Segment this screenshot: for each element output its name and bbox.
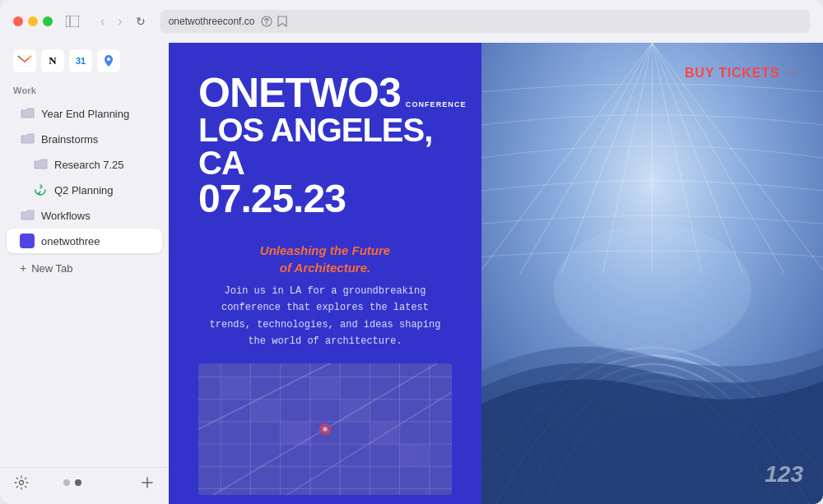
- svg-rect-34: [341, 400, 369, 420]
- address-bar[interactable]: onetwothreeconf.co: [160, 10, 810, 33]
- sync-icon-q2: [33, 183, 48, 197]
- sidebar-item-onetwothree[interactable]: onetwothree: [7, 229, 162, 253]
- sidebar-item-year-end-planning[interactable]: Year End Planning: [7, 101, 162, 126]
- title-onetwo3: ONETWO3: [198, 70, 401, 116]
- q2-planning-label: Q2 Planning: [54, 184, 114, 197]
- notion-icon[interactable]: N: [41, 49, 64, 72]
- year-end-planning-label: Year End Planning: [41, 108, 129, 120]
- conference-main-title: ONETWO3: [198, 72, 401, 113]
- app-icons-row: N 31: [0, 43, 169, 82]
- window-sidebar-icon[interactable]: [66, 15, 79, 28]
- close-button[interactable]: [13, 16, 23, 26]
- buy-tickets-label: BUY TICKETS: [685, 66, 779, 81]
- refresh-button[interactable]: ↻: [131, 11, 151, 32]
- bookmark-icon: [277, 16, 287, 27]
- traffic-lights: [13, 16, 53, 26]
- sidebar-item-workflows[interactable]: Workflows: [7, 203, 162, 228]
- minimize-button[interactable]: [28, 16, 38, 26]
- sidebar-bottom: [0, 467, 169, 497]
- maps-icon[interactable]: [97, 49, 120, 72]
- buy-tickets-arrow: →: [786, 66, 800, 81]
- title-la: LOS ANGELES, CA: [198, 113, 452, 179]
- conference-right-panel: BUY TICKETS →: [481, 43, 823, 504]
- brainstorms-label: Brainstorms: [41, 133, 98, 146]
- main-area: N 31 Work: [0, 43, 823, 504]
- title-bar: ‹ › ↻ onetwothreeconf.co: [0, 0, 823, 43]
- active-tab-dot: [20, 234, 35, 248]
- gmail-icon[interactable]: [13, 49, 36, 72]
- sidebar-item-q2-planning[interactable]: Q2 Planning: [7, 178, 162, 202]
- plus-icon: +: [20, 261, 26, 275]
- calendar-icon[interactable]: 31: [69, 49, 92, 72]
- url-text: onetwothreeconf.co: [169, 16, 255, 27]
- sidebar: N 31 Work: [0, 43, 169, 504]
- svg-point-6: [107, 58, 110, 61]
- conference-page: ONETWO3 CONFERENCE LOS ANGELES, CA 07.25…: [169, 43, 823, 504]
- svg-rect-32: [281, 422, 309, 442]
- svg-rect-35: [370, 422, 398, 442]
- new-tab-button[interactable]: + New Tab: [7, 257, 86, 280]
- dot-2: [75, 479, 81, 486]
- pagination-dots: [63, 479, 81, 486]
- svg-rect-0: [66, 16, 79, 27]
- sidebar-item-brainstorms[interactable]: Brainstorms: [7, 127, 162, 151]
- folder-icon-workflows: [20, 208, 35, 223]
- svg-point-29: [323, 427, 327, 431]
- folder-icon: [20, 106, 35, 121]
- add-icon[interactable]: [139, 474, 156, 491]
- share-icon: [261, 16, 272, 27]
- sidebar-item-research[interactable]: Research 7.25: [7, 152, 162, 177]
- buy-tickets-button[interactable]: BUY TICKETS →: [685, 66, 800, 81]
- workflows-label: Workflows: [41, 210, 91, 222]
- conference-title-block: ONETWO3 CONFERENCE LOS ANGELES, CA 07.25…: [198, 72, 452, 219]
- address-icons: [261, 16, 287, 27]
- conference-tagline: Unleashing the Future of Architecture.: [198, 242, 452, 276]
- svg-rect-36: [400, 445, 428, 465]
- browser-window: ‹ › ↻ onetwothreeconf.co: [0, 0, 823, 504]
- svg-rect-33: [311, 377, 339, 398]
- maximize-button[interactable]: [43, 16, 53, 26]
- folder-icon-brainstorms: [20, 132, 35, 146]
- svg-rect-30: [221, 377, 249, 398]
- section-label: Work: [0, 82, 169, 100]
- watermark-123: 123: [765, 461, 803, 488]
- new-tab-label: New Tab: [31, 262, 72, 275]
- dot-1: [63, 479, 70, 486]
- sidebar-nav: Year End Planning Brainstorms: [0, 100, 169, 464]
- settings-icon[interactable]: [13, 474, 30, 491]
- conference-label-small: CONFERENCE: [406, 100, 467, 110]
- research-label: Research 7.25: [54, 159, 124, 171]
- conference-left-panel: ONETWO3 CONFERENCE LOS ANGELES, CA 07.25…: [169, 43, 481, 504]
- svg-point-7: [20, 481, 24, 485]
- web-content: ONETWO3 CONFERENCE LOS ANGELES, CA 07.25…: [169, 43, 823, 504]
- onetwothree-label: onetwothree: [41, 235, 100, 247]
- conference-description: Join us in LA for a groundbreaking confe…: [198, 283, 452, 350]
- svg-point-48: [553, 224, 751, 355]
- nav-buttons: ‹ › ↻: [95, 11, 151, 32]
- title-date: 07.25.23: [198, 179, 452, 219]
- conference-map: [198, 363, 452, 495]
- folder-icon-research: [33, 157, 48, 172]
- forward-button[interactable]: ›: [113, 11, 127, 32]
- back-button[interactable]: ‹: [95, 11, 109, 32]
- svg-rect-31: [251, 400, 279, 420]
